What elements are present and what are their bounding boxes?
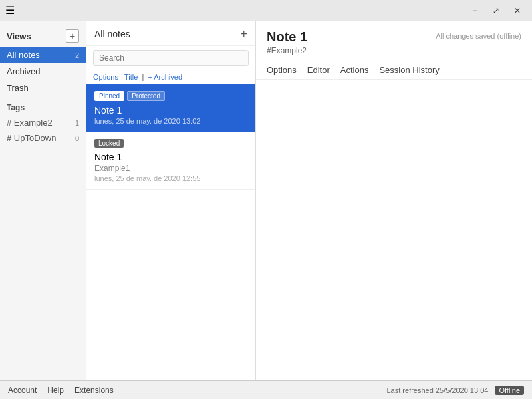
note-editor-title-section: Note 1 #Example2: [267, 29, 307, 55]
title-bar-controls: − ⤢ ✕: [466, 3, 527, 18]
sort-label[interactable]: Title: [124, 73, 138, 81]
note-card-locked-date: lunes, 25 de may. de 2020 12:55: [94, 174, 247, 182]
offline-badge: Offline: [495, 386, 524, 395]
sidebar-item-trash[interactable]: Trash: [0, 80, 86, 96]
sidebar: Views + All notes 2 Archived Trash Tags …: [0, 21, 86, 380]
options-label[interactable]: Options: [93, 73, 118, 81]
sidebar-tag-uptodown[interactable]: # UpToDown 0: [0, 130, 86, 146]
hamburger-icon[interactable]: ☰: [5, 4, 15, 17]
sidebar-tags-label: Tags: [0, 96, 86, 115]
note-list-options: Options Title | + Archived: [86, 70, 255, 84]
note-card-locked-title: Note 1: [94, 152, 247, 162]
note-list-title: All notes: [94, 29, 130, 39]
note-editor-toolbar: Options Editor Actions Session History: [256, 61, 532, 80]
search-bar: [86, 46, 255, 70]
sidebar-tag-example2[interactable]: # Example2 1: [0, 115, 86, 130]
minimize-button[interactable]: −: [466, 3, 484, 18]
toolbar-options[interactable]: Options: [267, 65, 297, 75]
sidebar-add-view-button[interactable]: +: [66, 29, 79, 43]
note-editor-title: Note 1: [267, 29, 307, 45]
sidebar-all-notes-count: 2: [75, 51, 79, 59]
sidebar-views-label: Views: [7, 31, 31, 41]
maximize-button[interactable]: ⤢: [487, 3, 505, 18]
help-link[interactable]: Help: [47, 386, 64, 395]
sidebar-tag-example2-label: # Example2: [7, 118, 53, 128]
note-card-selected-title: Note 1: [94, 105, 247, 116]
title-bar: ☰ − ⤢ ✕: [0, 0, 532, 21]
notes-container: Pinned Protected Note 1 lunes, 25 de may…: [86, 84, 255, 380]
note-badges-locked: Locked: [94, 139, 247, 148]
note-card-selected-date: lunes, 25 de may. de 2020 13:02: [94, 117, 247, 125]
sidebar-archived-label: Archived: [7, 66, 41, 76]
note-list-panel: All notes + Options Title | + Archived P…: [86, 21, 256, 380]
badge-pinned: Pinned: [94, 91, 124, 101]
note-card-selected[interactable]: Pinned Protected Note 1 lunes, 25 de may…: [86, 84, 255, 132]
status-bar-right: Last refreshed 25/5/2020 13:04 Offline: [387, 386, 525, 395]
add-note-button[interactable]: +: [240, 28, 247, 40]
badge-protected: Protected: [127, 91, 165, 101]
last-refreshed-text: Last refreshed 25/5/2020 13:04: [387, 386, 489, 394]
note-card-locked-subtitle: Example1: [94, 164, 247, 173]
note-editor-panel: Note 1 #Example2 All changes saved (offl…: [256, 21, 532, 380]
sidebar-views-header: Views +: [0, 27, 86, 47]
note-card-locked[interactable]: Locked Note 1 Example1 lunes, 25 de may.…: [86, 132, 255, 190]
badge-locked: Locked: [94, 139, 124, 148]
note-editor-tag: #Example2: [267, 46, 307, 55]
filter-archived-label[interactable]: + Archived: [148, 73, 182, 81]
main-content: Views + All notes 2 Archived Trash Tags …: [0, 21, 532, 380]
note-editor-header: Note 1 #Example2 All changes saved (offl…: [256, 21, 532, 61]
note-editor-body[interactable]: [256, 80, 532, 380]
status-bar: Account Help Extensions Last refreshed 2…: [0, 380, 532, 399]
sidebar-tag-uptodown-label: # UpToDown: [7, 133, 56, 143]
note-editor-status: All changes saved (offline): [436, 32, 521, 40]
search-input[interactable]: [93, 50, 249, 66]
sidebar-item-all-notes[interactable]: All notes 2: [0, 47, 86, 63]
toolbar-editor[interactable]: Editor: [307, 65, 330, 75]
sidebar-all-notes-label: All notes: [7, 50, 40, 60]
account-link[interactable]: Account: [8, 386, 37, 395]
sidebar-item-archived[interactable]: Archived: [0, 63, 86, 80]
sidebar-trash-label: Trash: [7, 83, 29, 93]
sidebar-tag-uptodown-count: 0: [75, 134, 79, 142]
status-bar-left: Account Help Extensions: [8, 386, 114, 395]
sidebar-tag-example2-count: 1: [75, 119, 79, 127]
note-badges-selected: Pinned Protected: [94, 91, 247, 101]
close-button[interactable]: ✕: [508, 3, 527, 18]
note-list-header: All notes +: [86, 21, 255, 46]
extensions-link[interactable]: Extensions: [74, 386, 114, 395]
toolbar-actions[interactable]: Actions: [340, 65, 369, 75]
title-bar-left: ☰: [5, 4, 15, 17]
toolbar-session-history[interactable]: Session History: [379, 65, 439, 75]
